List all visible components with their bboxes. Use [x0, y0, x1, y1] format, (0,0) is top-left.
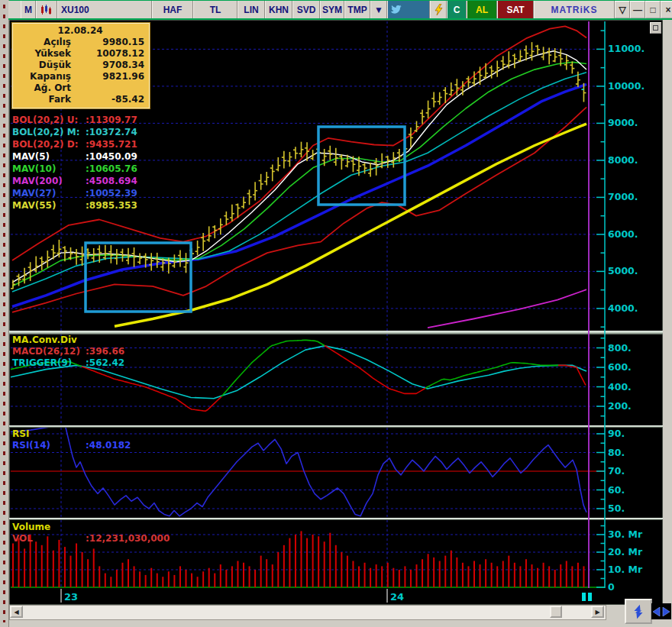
- horizontal-scrollbar[interactable]: ◀ ▶: [9, 605, 606, 620]
- button-khn[interactable]: KHN: [265, 1, 292, 18]
- svg-text:400.: 400.: [608, 381, 632, 393]
- shade-button[interactable]: ▽: [615, 1, 630, 18]
- button-sym[interactable]: SYM: [320, 1, 344, 18]
- prev-bar-icon[interactable]: [653, 607, 661, 616]
- svg-text:4000.: 4000.: [608, 302, 638, 314]
- next-bar-icon[interactable]: [662, 607, 670, 616]
- minimize-button[interactable]: —: [630, 1, 645, 18]
- svg-text:0: 0: [608, 581, 615, 593]
- symbol-field[interactable]: XU100: [57, 1, 152, 18]
- candlestick-icon: [40, 5, 53, 15]
- svg-text:600.: 600.: [608, 361, 632, 373]
- svg-text:11000.: 11000.: [608, 43, 645, 54]
- twitter-share-area[interactable]: [387, 1, 430, 18]
- svg-text:10. Mr: 10. Mr: [608, 564, 643, 575]
- c-button[interactable]: C: [447, 1, 467, 18]
- twitter-icon: [390, 5, 402, 15]
- pause-bar: [588, 593, 592, 601]
- svg-text:70.: 70.: [608, 465, 625, 477]
- svg-text:5000.: 5000.: [608, 265, 638, 276]
- sell-button[interactable]: SAT: [497, 1, 534, 18]
- svg-text:10000.: 10000.: [608, 80, 645, 92]
- template-dropdown-button[interactable]: ▼: [370, 1, 387, 18]
- matriks-m-logo[interactable]: M: [21, 1, 36, 18]
- pause-bar: [582, 593, 586, 601]
- svg-text:8000.: 8000.: [608, 154, 638, 166]
- svg-text:30. Mr: 30. Mr: [608, 528, 643, 540]
- svg-text:20. Mr: 20. Mr: [608, 546, 643, 558]
- svg-text:9000.: 9000.: [608, 117, 638, 128]
- buy-button[interactable]: AL: [467, 1, 497, 18]
- scroll-left-button[interactable]: ◀: [10, 606, 23, 618]
- svg-text:7000.: 7000.: [608, 191, 638, 202]
- chart-type-icon[interactable]: [36, 1, 57, 18]
- titlebar: M XU100 HAF TL LIN KHN SVD SYM TMP ▼ C: [8, 1, 672, 20]
- matriks-refresh-button[interactable]: [625, 599, 652, 624]
- period-button-haf[interactable]: HAF: [152, 1, 193, 18]
- currency-button-tl[interactable]: TL: [193, 1, 237, 18]
- scrollbar-thumb[interactable]: [550, 606, 562, 618]
- chart-canvas[interactable]: 11000.10000.9000.8000.7000.6000.5000.400…: [9, 20, 663, 605]
- left-edge-strip: [0, 0, 9, 627]
- matriks-chart-window: M XU100 HAF TL LIN KHN SVD SYM TMP ▼ C: [0, 0, 672, 627]
- bar-navigation-buttons[interactable]: [651, 603, 671, 619]
- svg-text:80.: 80.: [608, 447, 625, 458]
- matriks-bolt-icon: [630, 603, 647, 620]
- close-button[interactable]: ×: [661, 1, 672, 18]
- svg-text:23: 23: [64, 591, 78, 603]
- lightning-icon: [435, 4, 443, 16]
- svg-text:800.: 800.: [608, 342, 632, 354]
- svg-text:6000.: 6000.: [608, 228, 638, 240]
- scroll-right-button[interactable]: ▶: [591, 606, 604, 618]
- svg-text:50.: 50.: [608, 503, 625, 514]
- quick-order-button[interactable]: [430, 1, 447, 18]
- scale-button-lin[interactable]: LIN: [237, 1, 265, 18]
- button-svd[interactable]: SVD: [292, 1, 320, 18]
- restore-button[interactable]: □: [645, 1, 661, 18]
- chart-corner-button[interactable]: [650, 22, 661, 34]
- button-tmp[interactable]: TMP: [344, 1, 370, 18]
- svg-text:200.: 200.: [608, 400, 632, 412]
- matriks-brand-logo: MATRiKS: [534, 1, 615, 18]
- svg-text:60.: 60.: [608, 484, 625, 496]
- svg-text:90.: 90.: [608, 428, 625, 439]
- svg-text:24: 24: [390, 591, 404, 603]
